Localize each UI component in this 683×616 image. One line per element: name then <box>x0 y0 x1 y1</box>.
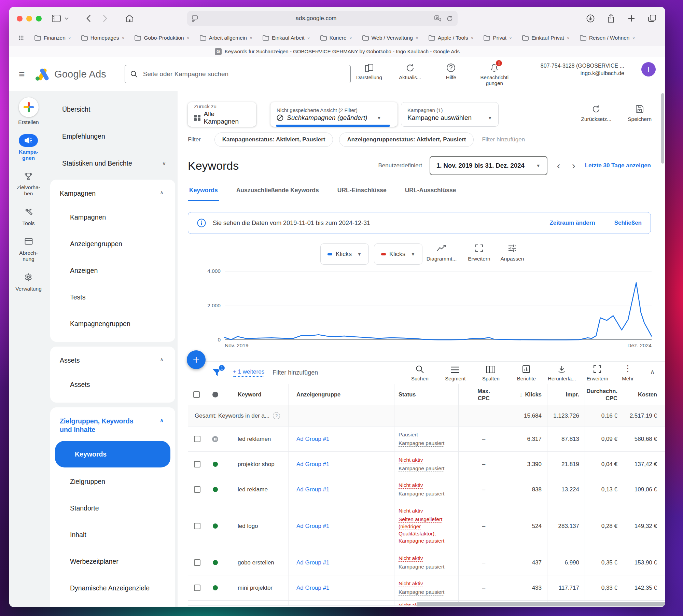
select-all-checkbox[interactable] <box>193 391 200 398</box>
row-checkbox[interactable] <box>194 523 200 529</box>
adgroup-link[interactable]: Ad Group #1 <box>296 559 329 566</box>
sidebar-item-kampagnen[interactable]: Kampagnen <box>50 204 175 230</box>
adgroup-link[interactable]: Ad Group #1 <box>296 523 329 530</box>
download-button[interactable]: Herunterla... <box>546 364 578 381</box>
rail-item-tools[interactable]: Tools <box>19 206 38 226</box>
sidebar-item-zielgruppen[interactable]: Zielgruppen <box>50 468 175 495</box>
chart-type-button[interactable]: Diagrammt... <box>423 244 460 262</box>
sidebar-item-kampagnengruppen[interactable]: Kampagnengruppen <box>50 310 175 337</box>
appearance-button[interactable]: Darstellung <box>354 62 384 80</box>
date-range-dropdown[interactable]: 1. Nov. 2019 bis 31. Dez. 2024▼ <box>430 156 547 175</box>
status-column-icon[interactable] <box>212 392 218 397</box>
tab-keywords[interactable]: Keywords <box>188 184 219 201</box>
vertical-scrollbar[interactable] <box>661 93 664 164</box>
segment-button[interactable]: Segment <box>439 364 471 381</box>
group-header-zielgruppen[interactable]: Zielgruppen, Keywords und Inhalte∧ <box>50 411 175 440</box>
row-checkbox[interactable] <box>194 559 200 566</box>
create-button[interactable]: Erstellen <box>18 97 39 125</box>
close-window-button[interactable] <box>17 16 23 22</box>
sidebar-item-anzeigengruppen[interactable]: Anzeigengruppen <box>50 230 175 257</box>
bookmark-folder[interactable]: Einkauf Privat∨ <box>522 35 570 41</box>
col-durchschn-cpc[interactable]: Durchschn. CPC <box>585 384 623 405</box>
back-button[interactable] <box>83 13 94 24</box>
bookmark-grid-icon[interactable] <box>19 36 24 40</box>
table-add-filter-button[interactable]: Filter hinzufügen <box>273 369 318 376</box>
col-kosten[interactable]: Kosten <box>623 384 663 405</box>
table-row[interactable]: mini projektor Ad Group #1 Nicht aktivKa… <box>188 575 665 601</box>
view-selector-card[interactable]: Nicht gespeicherte Ansicht (2 Filter) Su… <box>270 102 398 127</box>
downloads-icon[interactable] <box>585 13 596 24</box>
row-checkbox[interactable] <box>194 585 200 591</box>
forward-button[interactable] <box>99 13 111 24</box>
group-header-kampagnen[interactable]: Kampagnen∧ <box>50 183 175 204</box>
reports-button[interactable]: Berichte <box>510 364 542 381</box>
bookmark-folder[interactable]: Finanzen∨ <box>34 35 71 41</box>
sidebar-item-anzeigen[interactable]: Anzeigen <box>50 257 175 284</box>
change-range-button[interactable]: Zeitraum ändern <box>549 220 595 226</box>
translate-icon[interactable] <box>434 15 441 22</box>
add-keyword-fab[interactable]: + <box>187 350 206 369</box>
home-button[interactable] <box>124 13 135 24</box>
adgroup-link[interactable]: Ad Group #1 <box>296 436 329 443</box>
tab-auszuschliessende-keywords[interactable]: Auszuschließende Keywords <box>235 184 320 201</box>
table-row[interactable]: led reklamen Ad Group #1 PausiertKampagn… <box>188 426 665 452</box>
more-button[interactable]: ⋮ Mehr <box>617 364 639 381</box>
bookmark-folder[interactable]: Einkauf Arbeit∨ <box>263 35 310 41</box>
back-to-all-campaigns-card[interactable]: Zurück zu Alle Kampagnen <box>188 102 256 127</box>
rail-item-kampagnen[interactable]: Kampa- gnen <box>19 134 38 161</box>
bookmark-folder[interactable]: Homepages∨ <box>81 35 125 41</box>
reset-button[interactable]: Zurücksetz... <box>581 102 611 122</box>
help-button[interactable]: Hilfe <box>436 62 466 80</box>
expand-chart-button[interactable]: Erweitern <box>460 244 498 262</box>
expand-table-button[interactable]: Erweitern <box>581 364 613 381</box>
adgroup-link[interactable]: Ad Group #1 <box>296 585 329 591</box>
active-filters-button[interactable]: 1 <box>212 368 223 378</box>
notifications-button[interactable]: ! Benachrichti gungen <box>477 62 512 86</box>
bookmark-folder[interactable]: Gobo-Produktion∨ <box>135 35 189 41</box>
minimize-window-button[interactable] <box>26 16 32 22</box>
sidebar-item-keywords[interactable]: Keywords <box>55 441 170 467</box>
share-icon[interactable] <box>605 13 617 24</box>
table-row[interactable]: led logo Ad Group #1 Nicht aktivSelten a… <box>188 502 665 550</box>
adgroup-link[interactable]: Ad Group #1 <box>296 461 329 468</box>
row-checkbox[interactable] <box>194 461 200 467</box>
sidebar-item-werbezeitplaner[interactable]: Werbezeitplaner <box>50 548 175 575</box>
help-circle-icon[interactable]: ? <box>273 412 280 419</box>
horizontal-scrollbar[interactable] <box>417 602 665 606</box>
series1-dropdown[interactable]: Klicks▼ <box>320 243 369 265</box>
google-ads-logo[interactable]: Google Ads <box>34 67 106 81</box>
group-header-assets[interactable]: Assets∧ <box>50 350 175 371</box>
filter-chip-anzeigengruppenstatus[interactable]: Anzeigengruppenstatus: Aktiviert, Pausie… <box>339 132 474 147</box>
bookmark-folder[interactable]: Privat∨ <box>484 35 512 41</box>
more-filters-link[interactable]: + 1 weiteres <box>233 368 264 377</box>
add-filter-button[interactable]: Filter hinzufügen <box>482 136 525 143</box>
bookmark-folder[interactable]: Reisen / Wohnen∨ <box>580 35 635 41</box>
col-impr[interactable]: Impr. <box>547 384 585 405</box>
save-button[interactable]: Speichern <box>628 102 652 122</box>
zoom-window-button[interactable] <box>36 16 42 22</box>
sidebar-item-standorte[interactable]: Standorte <box>50 495 175 521</box>
col-anzeigengruppe[interactable]: Anzeigengruppe <box>289 384 394 405</box>
last-30-days-link[interactable]: Letzte 30 Tage anzeigen <box>585 162 651 169</box>
campaign-selector-card[interactable]: Kampagnen (1) Kampagne auswählen▼ <box>401 102 499 127</box>
table-row[interactable]: projektor shop Ad Group #1 Nicht aktivKa… <box>188 452 665 477</box>
sidebar-item-statistiken[interactable]: Statistiken und Berichte∨ <box>48 150 178 177</box>
account-info[interactable]: 807-754-3128 (GOBOSERVICE ... ingo.k@ulb… <box>541 62 624 77</box>
sidebar-chevron-icon[interactable] <box>64 13 70 24</box>
reader-icon[interactable] <box>192 15 198 22</box>
avatar[interactable]: I <box>641 62 656 76</box>
tab-url-einschluesse[interactable]: URL-Einschlüsse <box>336 184 388 201</box>
date-prev-button[interactable]: ‹ <box>555 160 562 171</box>
close-banner-button[interactable]: Schließen <box>614 220 642 226</box>
table-search-button[interactable]: Suchen <box>404 364 436 381</box>
table-row[interactable]: gobo erstellen Ad Group #1 Nicht aktivKa… <box>188 550 665 575</box>
rail-item-zielvorhaben[interactable]: Zielvorha- ben <box>17 170 40 197</box>
row-checkbox[interactable] <box>194 436 200 442</box>
row-checkbox[interactable] <box>194 486 200 493</box>
sidebar-item-erweiterte-gebotsanpassungen[interactable]: Erweiterte Gebotsanpas- sungen <box>50 601 175 607</box>
table-row[interactable]: led reklame Ad Group #1 Nicht aktivKampa… <box>188 477 665 502</box>
adgroup-link[interactable]: Ad Group #1 <box>296 486 329 493</box>
filter-chip-kampagnenstatus[interactable]: Kampagnenstatus: Aktiviert, Pausiert <box>214 132 333 147</box>
tab-url-ausschluesse[interactable]: URL-Ausschlüsse <box>404 184 458 201</box>
sidebar-item-empfehlungen[interactable]: Empfehlungen <box>48 123 178 150</box>
